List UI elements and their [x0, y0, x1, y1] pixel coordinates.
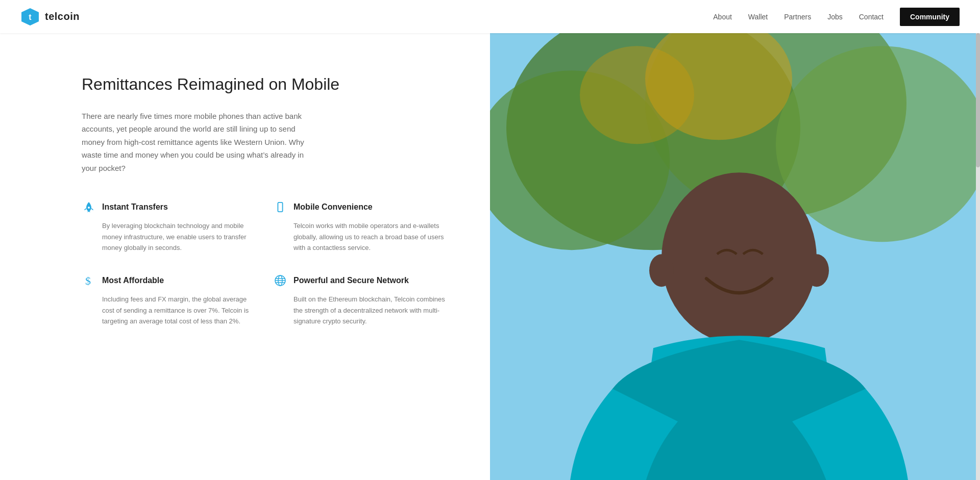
feature-mobile-convenience: Mobile Convenience Telcoin works with mo…	[273, 200, 449, 253]
nav-links: About Wallet Partners Jobs Contact Commu…	[713, 8, 960, 26]
left-panel: Remittances Reimagined on Mobile There a…	[0, 33, 490, 480]
feature-desc-mobile: Telcoin works with mobile operators and …	[273, 220, 449, 253]
feature-header-secure: Powerful and Secure Network	[273, 273, 449, 288]
svg-point-24	[649, 254, 674, 287]
hero-person-illustration	[490, 33, 980, 480]
feature-header-mobile: Mobile Convenience	[273, 200, 449, 214]
feature-desc-affordable: Including fees and FX margin, the global…	[82, 294, 258, 326]
feature-desc-instant: By leveraging blockchain technology and …	[82, 220, 258, 253]
telcoin-logo-icon: t	[20, 7, 40, 27]
nav-wallet[interactable]: Wallet	[748, 13, 768, 21]
feature-header-instant: Instant Transfers	[82, 200, 258, 214]
svg-text:$: $	[85, 274, 91, 287]
svg-point-19	[662, 172, 817, 344]
brand-name: telcoin	[45, 11, 80, 22]
right-panel	[490, 33, 980, 480]
svg-text:t: t	[29, 13, 32, 21]
svg-point-25	[804, 254, 829, 287]
scrollbar[interactable]	[976, 33, 980, 480]
feature-title-instant: Instant Transfers	[102, 203, 168, 212]
mobile-icon	[273, 200, 287, 214]
nav-partners[interactable]: Partners	[784, 13, 811, 21]
hero-image	[490, 33, 980, 480]
feature-title-affordable: Most Affordable	[102, 276, 164, 285]
scrollbar-thumb[interactable]	[976, 33, 980, 167]
hero-description: There are nearly five times more mobile …	[82, 110, 311, 175]
navbar: t telcoin About Wallet Partners Jobs Con…	[0, 0, 980, 33]
feature-most-affordable: $ Most Affordable Including fees and FX …	[82, 273, 258, 326]
main-container: Remittances Reimagined on Mobile There a…	[0, 0, 980, 480]
hero-title: Remittances Reimagined on Mobile	[82, 74, 449, 95]
feature-secure-network: Powerful and Secure Network Built on the…	[273, 273, 449, 326]
dollar-icon: $	[82, 273, 96, 288]
globe-icon	[273, 273, 287, 288]
logo[interactable]: t telcoin	[20, 7, 80, 27]
svg-point-16	[580, 46, 694, 144]
rocket-icon	[82, 200, 96, 214]
nav-jobs[interactable]: Jobs	[827, 13, 843, 21]
community-button[interactable]: Community	[900, 8, 960, 26]
feature-title-secure: Powerful and Secure Network	[293, 276, 409, 285]
svg-point-13	[776, 46, 980, 242]
feature-title-mobile: Mobile Convenience	[293, 203, 373, 212]
nav-contact[interactable]: Contact	[859, 13, 884, 21]
feature-desc-secure: Built on the Ethereum blockchain, Telcoi…	[273, 294, 449, 326]
feature-header-affordable: $ Most Affordable	[82, 273, 258, 288]
feature-instant-transfers: Instant Transfers By leveraging blockcha…	[82, 200, 258, 253]
nav-about[interactable]: About	[713, 13, 732, 21]
features-grid: Instant Transfers By leveraging blockcha…	[82, 200, 449, 327]
